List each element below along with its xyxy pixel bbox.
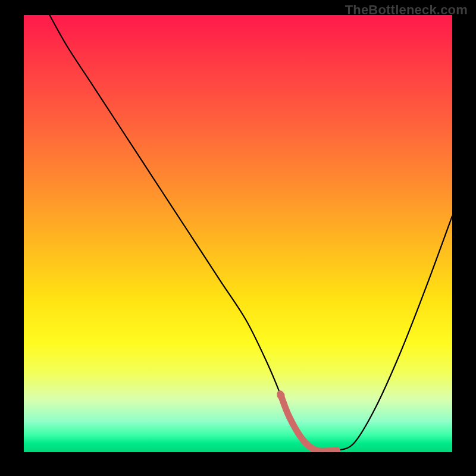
bottleneck-curve — [49, 15, 452, 451]
optimal-range-highlight — [280, 394, 337, 452]
curve-layer — [24, 15, 452, 452]
chart-frame: TheBottleneck.com — [0, 0, 476, 476]
watermark-text: TheBottleneck.com — [345, 2, 468, 18]
optimal-range-start-dot — [277, 392, 285, 399]
plot-area — [24, 15, 452, 452]
